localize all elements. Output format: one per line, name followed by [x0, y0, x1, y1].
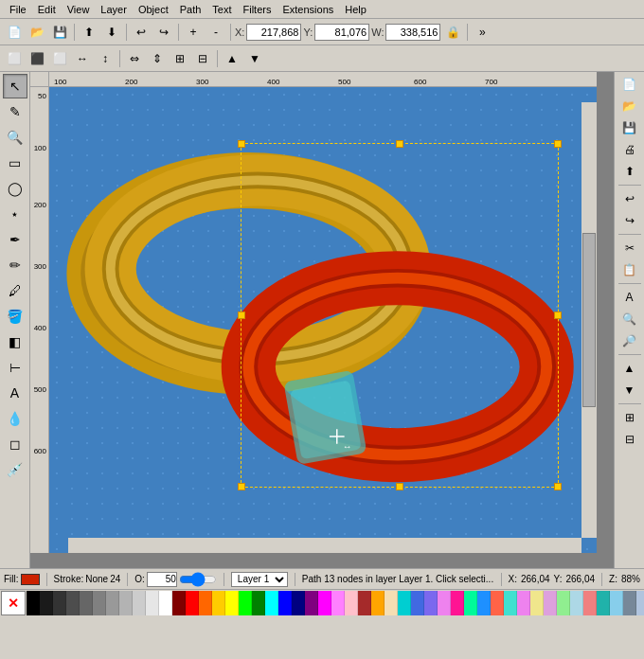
pencil-tool[interactable]: ✏ [3, 253, 27, 277]
lock-proportions-button[interactable]: 🔒 [442, 22, 463, 43]
canvas-area[interactable]: 100 200 300 400 500 600 700 50 100 200 3… [30, 72, 614, 568]
palette-color-cell[interactable] [371, 591, 385, 615]
palette-color-cell[interactable] [239, 591, 252, 615]
bucket-tool[interactable]: 🪣 [3, 304, 27, 329]
palette-color-cell[interactable] [464, 591, 477, 615]
palette-color-cell[interactable] [477, 591, 491, 615]
menu-help[interactable]: Help [339, 2, 372, 17]
menu-text[interactable]: Text [206, 2, 237, 17]
group-btn[interactable]: ⊞ [170, 48, 190, 69]
palette-color-cell[interactable] [570, 591, 583, 615]
panel-cut[interactable]: ✂ [617, 238, 642, 258]
align-center-btn[interactable]: ⬛ [27, 48, 47, 69]
menu-view[interactable]: View [62, 2, 96, 17]
palette-color-cell[interactable] [172, 591, 186, 615]
menu-extensions[interactable]: Extensions [277, 2, 339, 17]
palette-color-cell[interactable] [225, 591, 239, 615]
opacity-input[interactable] [147, 572, 177, 587]
align-left-btn[interactable]: ⬜ [4, 48, 25, 69]
spray-tool[interactable]: 💧 [3, 406, 27, 431]
align-right-btn[interactable]: ⬜ [49, 48, 70, 69]
palette-color-cell[interactable] [53, 591, 66, 615]
palette-color-cell[interactable] [597, 591, 610, 615]
panel-open-folder[interactable]: 📂 [617, 96, 642, 116]
open-button[interactable]: 📂 [27, 22, 47, 43]
lower-btn[interactable]: ▼ [244, 48, 265, 69]
flip-h-btn[interactable]: ↔ [72, 48, 93, 69]
dropper-tool[interactable]: 💉 [3, 457, 27, 482]
panel-ungroup[interactable]: ⊟ [617, 429, 642, 450]
panel-undo[interactable]: ↩ [617, 188, 642, 209]
palette-color-cell[interactable] [265, 591, 278, 615]
palette-color-cell[interactable] [411, 591, 424, 615]
save-button[interactable]: 💾 [49, 22, 70, 43]
artwork-svg[interactable]: ↔ [49, 87, 597, 553]
pen-tool[interactable]: ✒ [3, 227, 27, 252]
menu-filters[interactable]: Filters [238, 2, 277, 17]
redo-button[interactable]: ↪ [153, 22, 174, 43]
export-button[interactable]: ⬇ [101, 22, 122, 43]
panel-save[interactable]: 💾 [617, 117, 642, 138]
dist-h-btn[interactable]: ⇔ [124, 48, 145, 69]
palette-color-cell[interactable] [133, 591, 146, 615]
panel-export[interactable]: ⬆ [617, 161, 642, 182]
palette-color-cell[interactable] [530, 591, 544, 615]
circle-tool[interactable]: ◯ [3, 176, 27, 201]
star-tool[interactable]: ⋆ [3, 202, 27, 226]
palette-color-cell[interactable] [491, 591, 504, 615]
calligraphy-tool[interactable]: 🖊 [3, 278, 27, 303]
select-tool[interactable]: ↖ [3, 74, 27, 98]
palette-color-cell[interactable] [424, 591, 438, 615]
zoom-tool[interactable]: 🔍 [3, 125, 27, 150]
palette-color-cell[interactable] [252, 591, 265, 615]
menu-file[interactable]: File [4, 2, 32, 17]
palette-color-cell[interactable] [331, 591, 345, 615]
eraser-tool[interactable]: ◻ [3, 432, 27, 456]
panel-group[interactable]: ⊞ [617, 407, 642, 428]
palette-color-cell[interactable] [385, 591, 398, 615]
x-input[interactable] [246, 24, 301, 41]
palette-color-cell[interactable] [27, 591, 40, 615]
y-input[interactable] [314, 24, 369, 41]
layer-select[interactable]: Layer 1 [231, 572, 288, 587]
palette-color-cell[interactable] [557, 591, 570, 615]
more-button[interactable]: » [472, 22, 492, 43]
rect-tool[interactable]: ▭ [3, 151, 27, 175]
palette-color-cell[interactable] [610, 591, 623, 615]
menu-edit[interactable]: Edit [32, 2, 62, 17]
palette-color-cell[interactable] [212, 591, 225, 615]
palette-color-cell[interactable] [358, 591, 371, 615]
menu-object[interactable]: Object [133, 2, 174, 17]
palette-color-cell[interactable] [159, 591, 172, 615]
import-button[interactable]: ⬆ [79, 22, 99, 43]
panel-open-file[interactable]: 📄 [617, 74, 642, 95]
undo-button[interactable]: ↩ [131, 22, 152, 43]
palette-color-cell[interactable] [583, 591, 597, 615]
ungroup-btn[interactable]: ⊟ [192, 48, 213, 69]
panel-zoom-in[interactable]: 🔍 [617, 309, 642, 330]
palette-color-cell[interactable] [504, 591, 517, 615]
gradient-tool[interactable]: ◧ [3, 330, 27, 354]
fill-swatch[interactable] [21, 574, 40, 585]
palette-color-cell[interactable] [199, 591, 212, 615]
flip-v-btn[interactable]: ↕ [95, 48, 116, 69]
no-color-button[interactable]: ✕ [1, 591, 26, 615]
panel-text[interactable]: A [617, 287, 642, 308]
zoom-out-button[interactable]: - [206, 22, 226, 43]
palette-color-cell[interactable] [278, 591, 292, 615]
panel-zoom-out[interactable]: 🔎 [617, 330, 642, 351]
palette-color-cell[interactable] [451, 591, 464, 615]
palette-color-cell[interactable] [80, 591, 93, 615]
palette-color-cell[interactable] [517, 591, 530, 615]
connector-tool[interactable]: ⊢ [3, 355, 27, 380]
palette-color-cell[interactable] [345, 591, 358, 615]
zoom-in-button[interactable]: + [183, 22, 204, 43]
palette-color-cell[interactable] [146, 591, 159, 615]
palette-color-cell[interactable] [636, 591, 644, 615]
menu-path[interactable]: Path [174, 2, 207, 17]
w-input[interactable] [385, 24, 440, 41]
canvas[interactable]: ↔ [49, 87, 597, 553]
palette-color-cell[interactable] [93, 591, 106, 615]
palette-color-cell[interactable] [623, 591, 636, 615]
new-button[interactable]: 📄 [4, 22, 25, 43]
